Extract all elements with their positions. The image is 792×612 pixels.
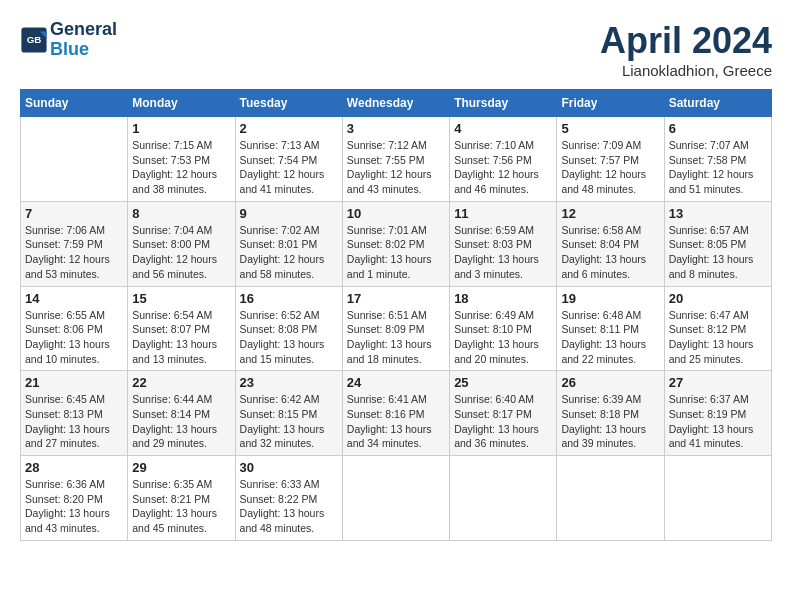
calendar-cell: 10Sunrise: 7:01 AMSunset: 8:02 PMDayligh…: [342, 201, 449, 286]
calendar-cell: 11Sunrise: 6:59 AMSunset: 8:03 PMDayligh…: [450, 201, 557, 286]
calendar-cell: 23Sunrise: 6:42 AMSunset: 8:15 PMDayligh…: [235, 371, 342, 456]
weekday-header-wednesday: Wednesday: [342, 90, 449, 117]
calendar-cell: 12Sunrise: 6:58 AMSunset: 8:04 PMDayligh…: [557, 201, 664, 286]
day-info: Sunrise: 6:42 AMSunset: 8:15 PMDaylight:…: [240, 392, 338, 451]
calendar-cell: 2Sunrise: 7:13 AMSunset: 7:54 PMDaylight…: [235, 117, 342, 202]
calendar-cell: 21Sunrise: 6:45 AMSunset: 8:13 PMDayligh…: [21, 371, 128, 456]
day-info: Sunrise: 6:40 AMSunset: 8:17 PMDaylight:…: [454, 392, 552, 451]
day-number: 2: [240, 121, 338, 136]
day-number: 27: [669, 375, 767, 390]
calendar-cell: 27Sunrise: 6:37 AMSunset: 8:19 PMDayligh…: [664, 371, 771, 456]
location-title: Lianokladhion, Greece: [600, 62, 772, 79]
calendar-cell: 15Sunrise: 6:54 AMSunset: 8:07 PMDayligh…: [128, 286, 235, 371]
day-number: 4: [454, 121, 552, 136]
day-number: 24: [347, 375, 445, 390]
calendar-week-row: 14Sunrise: 6:55 AMSunset: 8:06 PMDayligh…: [21, 286, 772, 371]
calendar-cell: 17Sunrise: 6:51 AMSunset: 8:09 PMDayligh…: [342, 286, 449, 371]
calendar-cell: 22Sunrise: 6:44 AMSunset: 8:14 PMDayligh…: [128, 371, 235, 456]
logo-icon: GB: [20, 26, 48, 54]
day-number: 14: [25, 291, 123, 306]
calendar-week-row: 7Sunrise: 7:06 AMSunset: 7:59 PMDaylight…: [21, 201, 772, 286]
calendar-cell: 7Sunrise: 7:06 AMSunset: 7:59 PMDaylight…: [21, 201, 128, 286]
calendar-week-row: 1Sunrise: 7:15 AMSunset: 7:53 PMDaylight…: [21, 117, 772, 202]
calendar-cell: 8Sunrise: 7:04 AMSunset: 8:00 PMDaylight…: [128, 201, 235, 286]
day-number: 15: [132, 291, 230, 306]
calendar-table: SundayMondayTuesdayWednesdayThursdayFrid…: [20, 89, 772, 541]
day-number: 13: [669, 206, 767, 221]
weekday-header-monday: Monday: [128, 90, 235, 117]
day-number: 11: [454, 206, 552, 221]
day-info: Sunrise: 6:48 AMSunset: 8:11 PMDaylight:…: [561, 308, 659, 367]
day-info: Sunrise: 6:52 AMSunset: 8:08 PMDaylight:…: [240, 308, 338, 367]
day-info: Sunrise: 6:37 AMSunset: 8:19 PMDaylight:…: [669, 392, 767, 451]
day-number: 16: [240, 291, 338, 306]
day-number: 7: [25, 206, 123, 221]
day-info: Sunrise: 6:59 AMSunset: 8:03 PMDaylight:…: [454, 223, 552, 282]
day-number: 5: [561, 121, 659, 136]
day-info: Sunrise: 7:06 AMSunset: 7:59 PMDaylight:…: [25, 223, 123, 282]
day-info: Sunrise: 6:36 AMSunset: 8:20 PMDaylight:…: [25, 477, 123, 536]
day-info: Sunrise: 6:44 AMSunset: 8:14 PMDaylight:…: [132, 392, 230, 451]
day-number: 17: [347, 291, 445, 306]
day-number: 6: [669, 121, 767, 136]
svg-text:GB: GB: [27, 34, 42, 45]
weekday-header-thursday: Thursday: [450, 90, 557, 117]
day-number: 9: [240, 206, 338, 221]
month-title: April 2024: [600, 20, 772, 62]
calendar-cell: 26Sunrise: 6:39 AMSunset: 8:18 PMDayligh…: [557, 371, 664, 456]
calendar-cell: 24Sunrise: 6:41 AMSunset: 8:16 PMDayligh…: [342, 371, 449, 456]
calendar-cell: 3Sunrise: 7:12 AMSunset: 7:55 PMDaylight…: [342, 117, 449, 202]
day-info: Sunrise: 7:12 AMSunset: 7:55 PMDaylight:…: [347, 138, 445, 197]
day-number: 28: [25, 460, 123, 475]
calendar-cell: [342, 456, 449, 541]
calendar-cell: [450, 456, 557, 541]
calendar-cell: 9Sunrise: 7:02 AMSunset: 8:01 PMDaylight…: [235, 201, 342, 286]
calendar-cell: [557, 456, 664, 541]
day-info: Sunrise: 7:01 AMSunset: 8:02 PMDaylight:…: [347, 223, 445, 282]
day-info: Sunrise: 7:07 AMSunset: 7:58 PMDaylight:…: [669, 138, 767, 197]
calendar-cell: [664, 456, 771, 541]
day-info: Sunrise: 7:02 AMSunset: 8:01 PMDaylight:…: [240, 223, 338, 282]
calendar-cell: 5Sunrise: 7:09 AMSunset: 7:57 PMDaylight…: [557, 117, 664, 202]
day-info: Sunrise: 7:09 AMSunset: 7:57 PMDaylight:…: [561, 138, 659, 197]
day-info: Sunrise: 6:41 AMSunset: 8:16 PMDaylight:…: [347, 392, 445, 451]
day-number: 22: [132, 375, 230, 390]
logo-text: General Blue: [50, 20, 117, 60]
calendar-week-row: 28Sunrise: 6:36 AMSunset: 8:20 PMDayligh…: [21, 456, 772, 541]
calendar-cell: 28Sunrise: 6:36 AMSunset: 8:20 PMDayligh…: [21, 456, 128, 541]
day-info: Sunrise: 7:10 AMSunset: 7:56 PMDaylight:…: [454, 138, 552, 197]
day-number: 30: [240, 460, 338, 475]
calendar-cell: 25Sunrise: 6:40 AMSunset: 8:17 PMDayligh…: [450, 371, 557, 456]
day-info: Sunrise: 6:55 AMSunset: 8:06 PMDaylight:…: [25, 308, 123, 367]
calendar-cell: 13Sunrise: 6:57 AMSunset: 8:05 PMDayligh…: [664, 201, 771, 286]
weekday-header-tuesday: Tuesday: [235, 90, 342, 117]
day-number: 19: [561, 291, 659, 306]
calendar-cell: 20Sunrise: 6:47 AMSunset: 8:12 PMDayligh…: [664, 286, 771, 371]
day-info: Sunrise: 7:13 AMSunset: 7:54 PMDaylight:…: [240, 138, 338, 197]
calendar-cell: 14Sunrise: 6:55 AMSunset: 8:06 PMDayligh…: [21, 286, 128, 371]
day-number: 1: [132, 121, 230, 136]
calendar-cell: 4Sunrise: 7:10 AMSunset: 7:56 PMDaylight…: [450, 117, 557, 202]
day-number: 26: [561, 375, 659, 390]
title-area: April 2024 Lianokladhion, Greece: [600, 20, 772, 79]
page-header: GB General Blue April 2024 Lianokladhion…: [20, 20, 772, 79]
day-number: 12: [561, 206, 659, 221]
calendar-cell: 18Sunrise: 6:49 AMSunset: 8:10 PMDayligh…: [450, 286, 557, 371]
day-number: 23: [240, 375, 338, 390]
day-info: Sunrise: 6:47 AMSunset: 8:12 PMDaylight:…: [669, 308, 767, 367]
day-number: 29: [132, 460, 230, 475]
day-number: 20: [669, 291, 767, 306]
day-info: Sunrise: 6:45 AMSunset: 8:13 PMDaylight:…: [25, 392, 123, 451]
day-number: 10: [347, 206, 445, 221]
day-number: 25: [454, 375, 552, 390]
calendar-cell: 19Sunrise: 6:48 AMSunset: 8:11 PMDayligh…: [557, 286, 664, 371]
weekday-header-saturday: Saturday: [664, 90, 771, 117]
calendar-cell: 30Sunrise: 6:33 AMSunset: 8:22 PMDayligh…: [235, 456, 342, 541]
day-info: Sunrise: 6:49 AMSunset: 8:10 PMDaylight:…: [454, 308, 552, 367]
day-number: 3: [347, 121, 445, 136]
weekday-header-row: SundayMondayTuesdayWednesdayThursdayFrid…: [21, 90, 772, 117]
day-info: Sunrise: 6:51 AMSunset: 8:09 PMDaylight:…: [347, 308, 445, 367]
day-info: Sunrise: 7:04 AMSunset: 8:00 PMDaylight:…: [132, 223, 230, 282]
calendar-cell: 1Sunrise: 7:15 AMSunset: 7:53 PMDaylight…: [128, 117, 235, 202]
day-info: Sunrise: 6:35 AMSunset: 8:21 PMDaylight:…: [132, 477, 230, 536]
